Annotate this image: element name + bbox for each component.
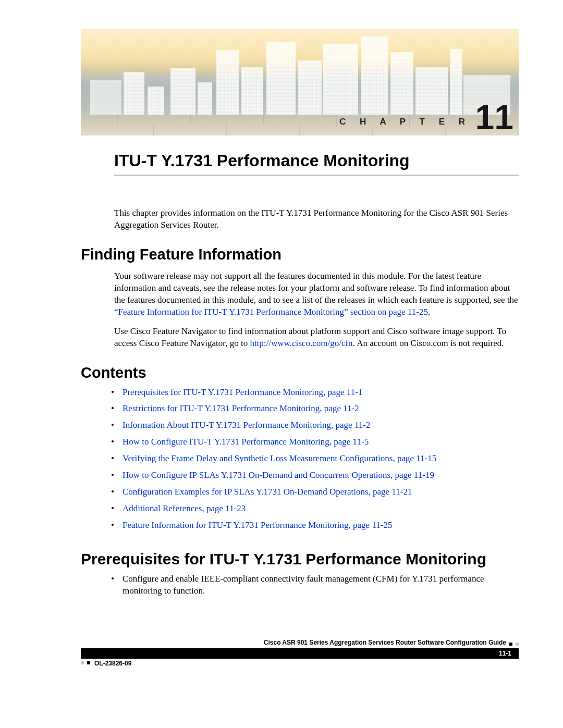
- cfn-link[interactable]: http://www.cisco.com/go/cfn: [250, 338, 352, 348]
- title-rule: [114, 175, 519, 176]
- chapter-banner: C H A P T E R 11: [81, 29, 519, 135]
- toc-link[interactable]: Additional References, page 11-23: [123, 503, 246, 513]
- section-heading-contents: Contents: [81, 364, 519, 381]
- section-heading-prereq: Prerequisites for ITU-T Y.1731 Performan…: [81, 550, 519, 568]
- toc-link[interactable]: How to Configure ITU-T Y.1731 Performanc…: [123, 437, 369, 447]
- decor-square-icon: [81, 661, 84, 664]
- footer-doc-id: OL-23826-09: [94, 660, 131, 668]
- chapter-number: 11: [475, 100, 513, 134]
- toc-link[interactable]: Verifying the Frame Delay and Synthetic …: [123, 453, 436, 463]
- contents-list: Prerequisites for ITU-T Y.1731 Performan…: [81, 387, 519, 532]
- decor-square-icon: [87, 661, 90, 664]
- intro-paragraph: This chapter provides information on the…: [114, 207, 519, 231]
- footer-page-number: 11-1: [499, 650, 511, 657]
- chapter-label: C H A P T E R: [339, 117, 471, 127]
- text: Your software release may not support al…: [114, 271, 518, 305]
- decor-square-icon: [516, 643, 519, 646]
- toc-link[interactable]: Feature Information for ITU-T Y.1731 Per…: [123, 520, 392, 530]
- toc-link[interactable]: How to Configure IP SLAs Y.1731 On-Deman…: [123, 470, 434, 480]
- list-item: Configure and enable IEEE-compliant conn…: [123, 573, 519, 597]
- toc-link[interactable]: Restrictions for ITU-T Y.1731 Performanc…: [123, 403, 359, 413]
- finding-paragraph-1: Your software release may not support al…: [114, 270, 519, 318]
- page-title: ITU-T Y.1731 Performance Monitoring: [81, 151, 519, 170]
- decor-square-icon: [509, 643, 512, 646]
- finding-paragraph-2: Use Cisco Feature Navigator to find info…: [114, 326, 519, 350]
- footer-guide-title: Cisco ASR 901 Series Aggregation Service…: [264, 639, 506, 647]
- toc-link[interactable]: Prerequisites for ITU-T Y.1731 Performan…: [123, 387, 362, 397]
- feature-info-link[interactable]: “Feature Information for ITU-T Y.1731 Pe…: [114, 307, 428, 317]
- section-heading-finding: Finding Feature Information: [81, 246, 519, 263]
- toc-link[interactable]: Information About ITU-T Y.1731 Performan…: [123, 420, 370, 430]
- toc-link[interactable]: Configuration Examples for IP SLAs Y.173…: [123, 487, 412, 497]
- prereq-list: Configure and enable IEEE-compliant conn…: [81, 573, 519, 597]
- text: .: [428, 307, 430, 317]
- text: . An account on Cisco.com is not require…: [353, 338, 504, 348]
- page-footer: Cisco ASR 901 Series Aggregation Service…: [81, 639, 519, 668]
